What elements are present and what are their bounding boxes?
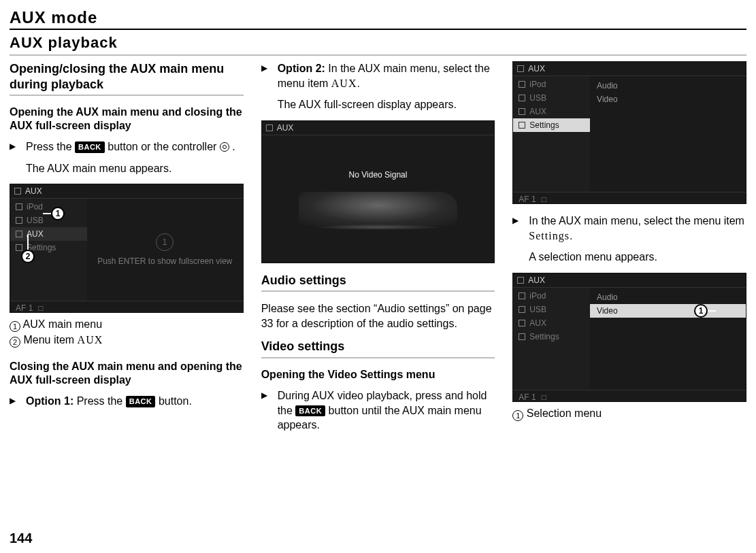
menu-item-usb: USB (513, 303, 590, 316)
caption-2: 2 Menu item AUX (10, 333, 244, 348)
back-button-icon: BACK (126, 396, 156, 407)
screenshot-aux-main-menu: AUX iPod USB AUX Settings 1 Push ENTER t… (10, 184, 244, 313)
step-result: The AUX full-screen display appears. (278, 97, 495, 112)
step-option2: Option 2: In the AUX main menu, select t… (261, 61, 495, 90)
subheading-close-menu: Closing the AUX main menu and opening th… (10, 360, 244, 387)
heading-audio-settings: Audio settings (261, 273, 495, 288)
screenshot-title: AUX (277, 123, 294, 133)
screenshot-no-video: AUX No Video Signal (261, 120, 495, 263)
subheading-open-video-settings: Opening the Video Settings menu (261, 368, 495, 382)
menu-item-settings-selected: Settings (513, 118, 590, 132)
option-audio: Audio (590, 79, 746, 93)
circled-1-icon: 1 (10, 321, 20, 332)
subheading-open-menu: Opening the AUX main menu and closing th… (10, 105, 244, 133)
menu-item-aux: AUX (10, 227, 87, 241)
callout-1-icon: 1 (694, 304, 708, 318)
column-1: Opening/closing the AUX main menu during… (10, 61, 244, 439)
step-option1: Option 1: Press the BACK button. (10, 394, 244, 409)
heading-open-close: Opening/closing the AUX main menu during… (10, 61, 244, 92)
no-video-text: No Video Signal (349, 170, 408, 180)
title-rule (10, 29, 746, 30)
menu-item-ipod: iPod (10, 200, 87, 214)
menu-item-usb: USB (10, 214, 87, 227)
column-3: AUX iPod USB AUX Settings Audio Video AF… (512, 61, 746, 439)
menu-item-usb: USB (513, 91, 590, 105)
heading-rule (10, 95, 244, 96)
option-audio: Audio (590, 290, 746, 304)
caption-1: 1 AUX main menu (10, 317, 244, 332)
circled-1-icon: 1 (512, 410, 523, 421)
heading-rule (261, 357, 495, 358)
step-press-back: Press the BACK button or the controller … (10, 139, 244, 154)
option-video-selected: Video (590, 304, 746, 318)
main-message: 1 Push ENTER to show fullscreen view (87, 199, 243, 301)
circled-2-icon: 2 (10, 337, 20, 348)
text: . (232, 141, 235, 152)
step-press-hold-back: During AUX video playback, press and hol… (261, 388, 495, 433)
menu-item-aux: AUX (513, 316, 590, 330)
section-rule (10, 54, 746, 56)
heading-video-settings: Video settings (261, 339, 495, 354)
option-video: Video (590, 93, 746, 106)
audio-settings-text: Please see the section “Audio settings” … (261, 301, 495, 331)
page-number: 144 (10, 531, 32, 546)
screenshot-title: AUX (528, 275, 545, 285)
menu-item-settings: Settings (513, 330, 590, 343)
menu-item-aux: AUX (513, 105, 590, 118)
bottom-icon: □ (38, 303, 43, 313)
back-button-icon: BACK (75, 141, 105, 153)
text: button or the controller (108, 141, 220, 152)
text: Press the (26, 141, 75, 152)
controller-knob-icon (220, 142, 229, 152)
column-2: Option 2: In the AUX main menu, select t… (261, 61, 495, 439)
back-button-icon: BACK (295, 405, 325, 417)
bottom-label: AF 1 (16, 303, 33, 313)
tab-icon (14, 188, 21, 195)
screenshot-title: AUX (528, 64, 545, 73)
doc-title: AUX mode (10, 8, 746, 27)
heading-rule (261, 290, 495, 292)
caption-selection-menu: 1 Selection menu (512, 406, 746, 421)
step-result: A selection menu appears. (529, 250, 746, 265)
screenshot-video-selected: AUX iPod USB AUX Settings Audio Video 1 … (512, 273, 746, 402)
screenshot-settings-selected: AUX iPod USB AUX Settings Audio Video AF… (512, 61, 746, 204)
screenshot-title: AUX (25, 186, 42, 196)
menu-item-ipod: iPod (513, 78, 590, 91)
step-select-settings: In the AUX main menu, select the menu it… (512, 214, 746, 243)
menu-item-ipod: iPod (513, 289, 590, 303)
section-title: AUX playback (10, 34, 746, 52)
car-silhouette-icon (299, 192, 458, 226)
step-result: The AUX main menu appears. (26, 161, 244, 176)
